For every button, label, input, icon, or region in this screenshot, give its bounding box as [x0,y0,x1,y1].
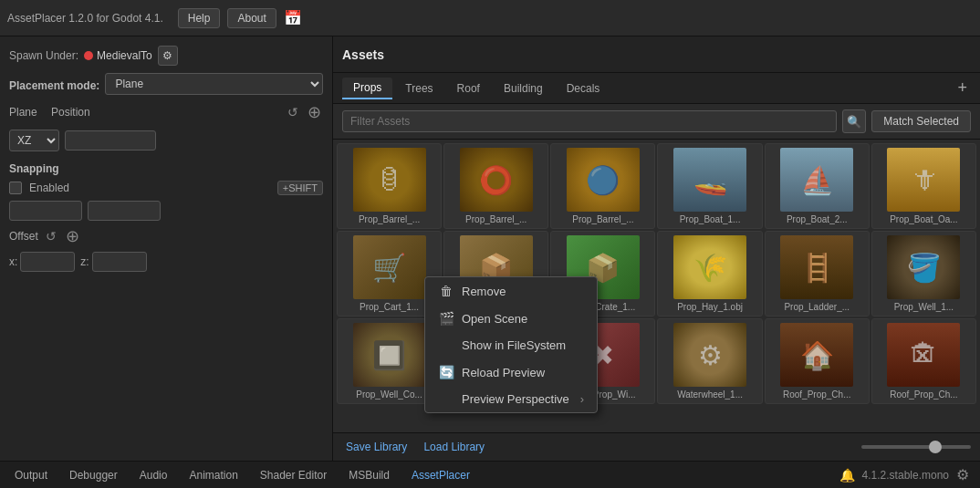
asset-thumbnail: 🪜 [780,235,853,299]
asset-thumbnail: 🔲 [353,323,426,387]
offset-z-field: z: 0 [80,252,146,272]
snap-enabled-row: Enabled +SHIFT [9,181,323,195]
asset-name: Prop_Ladder_... [784,302,850,312]
spawn-value: MedievalTo [84,49,152,62]
tab-decals[interactable]: Decals [556,78,611,99]
ctx-item-label: Preview Perspective [462,392,569,406]
settings-icon[interactable]: ⚙ [956,466,969,483]
tab-roof[interactable]: Roof [446,78,491,99]
asset-thumbnail: 🌾 [673,235,746,299]
asset-item[interactable]: 🔵 Prop_Barrel_... [550,143,655,229]
version-label: 4.1.2.stable.mono [862,469,949,482]
search-button[interactable]: 🔍 [842,109,866,133]
thumb-size-slider[interactable] [861,445,971,449]
ctx-item-icon: 🗑 [438,284,454,298]
offset-reset-button[interactable]: ↺ [44,229,58,244]
add-tab-button[interactable]: + [954,78,971,98]
context-menu-item[interactable]: 🔄Reload Preview [425,358,597,386]
snap-value-2[interactable]: 0.1 [88,201,161,221]
top-bar: AssetPlacer 1.2.0 for Godot 4.1. Help Ab… [0,0,980,36]
ctx-item-label: Show in FileSystem [462,338,566,352]
asset-item[interactable]: 🚤 Prop_Boat_1... [657,143,762,229]
context-menu-item[interactable]: 🗑Remove [425,277,597,305]
position-add-button[interactable]: ⊕ [306,102,323,122]
context-menu-item[interactable]: Show in FileSystem [425,332,597,358]
tab-trees[interactable]: Trees [394,78,443,99]
asset-item[interactable]: ⛵ Prop_Boat_2... [765,143,870,229]
placement-label: Placement mode: [9,79,99,92]
status-tab-assetplacer[interactable]: AssetPlacer [408,467,474,483]
position-label: Position [51,106,280,119]
asset-item[interactable]: 🏠 Roof_Prop_Ch... [765,318,870,404]
help-button[interactable]: Help [178,8,221,28]
snap-enabled-label: Enabled [29,182,69,194]
status-right: 🔔 4.1.2.stable.mono ⚙ [839,466,969,483]
save-library-button[interactable]: Save Library [342,439,411,455]
asset-name: Waterwheel_1... [677,389,743,400]
asset-name: Prop_Boat_Oa... [890,214,958,224]
search-bar: 🔍 Match Selected [333,104,980,140]
asset-item[interactable]: 🪣 Prop_Well_1... [871,231,976,317]
ctx-arrow-icon: › [580,392,584,406]
asset-item[interactable]: ⚙ Waterwheel_1... [657,318,762,404]
asset-item[interactable]: 🌾 Prop_Hay_1.obj [657,231,762,317]
spawn-row: Spawn Under: MedievalTo ⚙ [9,46,323,66]
axis-position-input[interactable]: 0 [65,130,156,151]
search-input[interactable] [342,110,837,132]
offset-x-label: x: [9,255,17,268]
ctx-item-label: Reload Preview [462,366,545,379]
assets-title: Assets [342,47,384,62]
ctx-item-icon: 🔄 [438,365,454,379]
load-library-button[interactable]: Load Library [420,439,488,455]
snap-enabled-checkbox[interactable] [9,182,22,194]
asset-name: Prop_Well_Co... [356,389,422,400]
snap-value-1[interactable]: 1 [9,201,82,221]
calendar-icon[interactable]: 📅 [284,9,302,26]
asset-item[interactable]: 🪜 Prop_Ladder_... [765,231,870,317]
offset-z-input[interactable]: 0 [92,252,147,272]
offset-label: Offset [9,230,38,243]
context-menu-item[interactable]: 🎬Open Scene [425,305,597,332]
status-tab-shader-editor[interactable]: Shader Editor [256,467,330,483]
match-selected-button[interactable]: Match Selected [871,110,971,132]
right-panel: Assets Props Trees Roof Building Decals … [333,36,980,461]
offset-row: Offset ↺ ⊕ [9,226,323,246]
offset-x-field: x: 0 [9,252,75,272]
asset-thumbnail: 🏠 [780,323,853,387]
app-title: AssetPlacer 1.2.0 for Godot 4.1. [7,12,163,25]
offset-z-label: z: [80,255,89,268]
status-tab-msbuild[interactable]: MSBuild [345,467,393,483]
spawn-action-button[interactable]: ⚙ [158,46,178,66]
context-menu-item[interactable]: Preview Perspective› [425,386,597,412]
placement-mode-select[interactable]: Plane Surface [105,73,323,95]
asset-item[interactable]: 🛢 Prop_Barrel_... [337,143,442,229]
offset-add-button[interactable]: ⊕ [64,226,81,246]
status-bar: Output Debugger Audio Animation Shader E… [0,461,980,488]
assets-footer: Save Library Load Library [333,432,980,461]
asset-name: Roof_Prop_Ch... [783,389,851,400]
asset-item[interactable]: ⭕ Prop_Barrel_... [443,143,548,229]
asset-name: Prop_Well_1... [894,302,954,312]
asset-item[interactable]: 🏚 Roof_Prop_Ch... [871,318,976,404]
main-area: Spawn Under: MedievalTo ⚙ Placement mode… [0,36,980,461]
about-button[interactable]: About [227,8,276,28]
position-reset-button[interactable]: ↺ [286,105,300,119]
bell-icon: 🔔 [839,468,855,483]
status-tab-animation[interactable]: Animation [185,467,241,483]
status-tab-debugger[interactable]: Debugger [66,467,121,483]
tab-props[interactable]: Props [342,78,392,99]
asset-thumbnail: 🔵 [567,148,640,212]
offset-x-input[interactable]: 0 [20,252,75,272]
axis-select[interactable]: XZ XY YZ [9,130,59,151]
tab-building[interactable]: Building [493,78,554,99]
snap-inputs: 1 0.1 [9,201,323,221]
ctx-item-label: Open Scene [462,312,527,326]
asset-thumbnail: 🏚 [887,323,960,387]
status-tab-audio[interactable]: Audio [136,467,172,483]
asset-item[interactable]: 🗡 Prop_Boat_Oa... [871,143,976,229]
ctx-item-label: Remove [462,285,506,298]
asset-thumbnail: 🛢 [353,148,426,212]
spawn-status-dot [84,51,93,60]
status-tab-output[interactable]: Output [11,467,51,483]
asset-name: Prop_Barrel_... [572,214,633,224]
